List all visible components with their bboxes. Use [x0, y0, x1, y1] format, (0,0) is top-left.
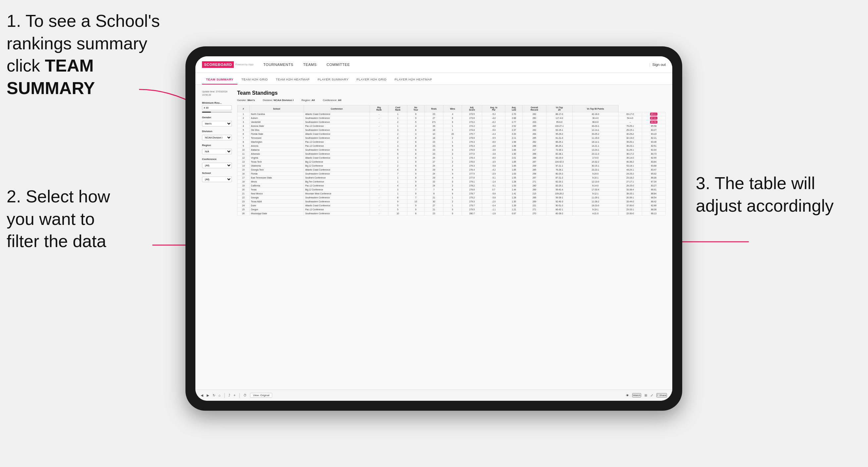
- toolbar-home-icon[interactable]: ⌂: [219, 394, 221, 397]
- table-cell: 3: [389, 144, 407, 148]
- toolbar-back-icon[interactable]: ◀: [201, 394, 203, 397]
- col-rnds: Rnds: [425, 105, 443, 112]
- table-cell: 1.41: [505, 192, 523, 196]
- instruction-3: 3. The table will adjust accordingly: [696, 172, 861, 217]
- table-cell: -: [370, 148, 389, 152]
- toolbar-grid-icon[interactable]: ⊞: [645, 394, 647, 397]
- watch-button[interactable]: Watch: [632, 393, 641, 398]
- table-cell: 92-40-3: [546, 200, 572, 204]
- table-cell: 273.6: [462, 116, 482, 120]
- toolbar-add-icon[interactable]: +: [234, 394, 236, 397]
- logo: SCOREBOARD: [202, 61, 234, 68]
- filter-division-select[interactable]: NCAA Division I: [202, 135, 232, 141]
- table-row: 15Georgia TechAtlantic Coast Conference-…: [238, 168, 665, 172]
- tab-team-h2h-heatmap[interactable]: TEAM H2H HEATMAP: [272, 77, 314, 85]
- view-original-button[interactable]: View: Original: [250, 393, 272, 398]
- table-cell: 5: [407, 120, 424, 124]
- table-cell: 269: [523, 200, 546, 204]
- table-cell: Pac-12 Conference: [304, 140, 370, 144]
- table-cell: -1.1: [482, 208, 505, 212]
- toolbar-expand-icon[interactable]: ⤢: [650, 394, 653, 397]
- filter-gender-select[interactable]: Men's: [202, 121, 232, 126]
- table-cell: -3.6: [482, 148, 505, 152]
- filter-conference-label: Conference: [202, 158, 232, 161]
- nav-teams[interactable]: TEAMS: [303, 61, 317, 68]
- tab-team-summary[interactable]: TEAM SUMMARY: [202, 77, 238, 85]
- table-cell: -: [370, 204, 389, 208]
- toolbar-share-icon[interactable]: ⤴: [228, 394, 230, 397]
- table-cell: 6: [443, 120, 462, 124]
- table-cell: 82.04: [642, 148, 665, 152]
- table-cell: 82-20-1: [546, 180, 572, 184]
- table-cell: New Mexico: [249, 192, 304, 196]
- table-cell: 271: [425, 120, 443, 124]
- table-row: 11ArkansasSoutheastern Conference-682332…: [238, 152, 665, 156]
- table-cell: -6.2: [482, 120, 505, 124]
- table-cell: -1.4: [482, 180, 505, 184]
- instruction-2-line3: filter the data: [7, 231, 106, 251]
- filter-minimum-rou-slider[interactable]: [202, 112, 232, 113]
- table-cell: 7: [238, 136, 250, 140]
- table-cell: 23: [425, 152, 443, 156]
- table-cell: Washington: [249, 140, 304, 144]
- table-cell: 29: [425, 176, 443, 180]
- table-cell: -: [370, 200, 389, 204]
- table-cell: 278.6: [462, 188, 482, 192]
- table-cell: 260: [523, 116, 546, 120]
- filter-region-select[interactable]: N/A: [202, 149, 232, 154]
- table-cell: 2: [389, 120, 407, 124]
- table-area: Team Standings Gender: Men's Division: N…: [237, 90, 665, 384]
- table-cell: 54-4-0: [618, 116, 642, 120]
- table-cell: 5: [389, 208, 407, 212]
- share-button[interactable]: ⤴ Share: [656, 393, 667, 398]
- table-cell: -: [370, 152, 389, 156]
- table-cell: 82.88: [642, 204, 665, 208]
- nav-tournaments[interactable]: TOURNAMENTS: [263, 61, 293, 68]
- table-cell: Texas: [249, 188, 304, 192]
- table-cell: 3: [443, 180, 462, 184]
- table-cell: -5.0: [482, 128, 505, 132]
- table-cell: 33-38-4: [618, 188, 642, 192]
- table-cell: 1.44: [505, 188, 523, 192]
- table-cell: -: [370, 184, 389, 188]
- table-cell: 24-25-2: [618, 172, 642, 176]
- table-cell: 22: [425, 180, 443, 184]
- table-cell: -: [370, 156, 389, 160]
- tab-team-h2h-grid[interactable]: TEAM H2H GRID: [238, 77, 272, 85]
- logo-sub: Powered by clippi: [235, 63, 253, 66]
- table-cell: -6.0: [482, 156, 505, 160]
- filter-minimum-rou-input[interactable]: 4 30: [202, 105, 232, 110]
- table-cell: 87.21: [642, 116, 665, 120]
- filter-minimum-rou-label: Minimum Rou...: [202, 101, 232, 104]
- table-cell: 30: [425, 200, 443, 204]
- toolbar-clock-icon[interactable]: ⏱: [243, 394, 247, 397]
- filter-region: Region N/A: [202, 144, 232, 154]
- tab-player-summary[interactable]: PLAYER SUMMARY: [314, 77, 352, 85]
- table-row: 18IllinoisBig Ten Conference-19223279.1-…: [238, 180, 665, 184]
- toolbar-reload-icon[interactable]: ↻: [213, 394, 215, 397]
- table-cell: 31-29-1: [618, 148, 642, 152]
- table-cell: 1: [443, 204, 462, 208]
- table-cell: 60-39-2: [546, 212, 572, 216]
- table-cell: 83.27: [642, 128, 665, 132]
- table-cell: -: [370, 116, 389, 120]
- table-cell: 8: [407, 176, 424, 180]
- table-cell: 80.73: [642, 152, 665, 156]
- filter-school-select[interactable]: (All): [202, 177, 232, 182]
- table-cell: 1: [443, 196, 462, 200]
- tab-player-h2h-heatmap[interactable]: PLAYER H2H HEATMAP: [391, 77, 436, 85]
- filter-school-label: School: [202, 172, 232, 175]
- nav-committee[interactable]: COMMITTEE: [327, 61, 350, 68]
- table-cell: 0.97: [505, 212, 523, 216]
- toolbar-forward-icon[interactable]: ▶: [207, 394, 209, 397]
- table-cell: 9: [238, 144, 250, 148]
- table-cell: 279.1: [462, 180, 482, 184]
- table-cell: 25: [238, 208, 250, 212]
- tab-player-h2h-grid[interactable]: PLAYER H2H GRID: [352, 77, 391, 85]
- filter-conference-select[interactable]: (All): [202, 163, 232, 168]
- table-cell: 18: [238, 180, 250, 184]
- sign-out-button[interactable]: Sign out: [652, 63, 665, 67]
- instruction-2-line1: 2. Select how: [7, 187, 110, 206]
- table-row: 20TexasBig 12 Conference-3778278.60.71.4…: [238, 188, 665, 192]
- table-cell: Arizona State: [249, 124, 304, 128]
